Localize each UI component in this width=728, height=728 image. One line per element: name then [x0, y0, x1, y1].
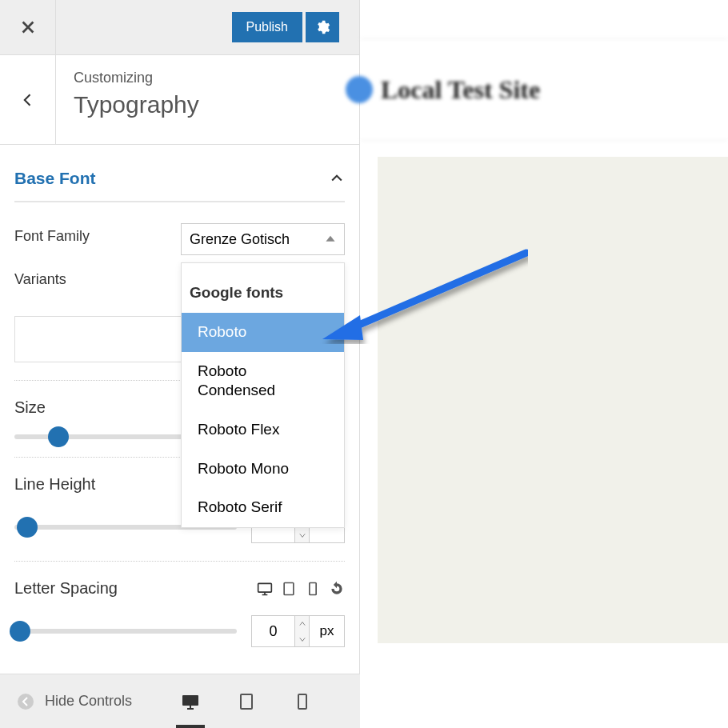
accordion-base-font[interactable]: Base Font — [14, 159, 345, 198]
bottom-bar: Hide Controls — [0, 674, 360, 728]
line-height-slider-thumb[interactable] — [17, 517, 38, 538]
svg-rect-1 — [284, 582, 294, 594]
device-preview-tabs — [132, 674, 360, 729]
font-dropdown-panel: Google fonts Roboto Roboto Condensed Rob… — [181, 262, 345, 528]
hide-controls-label: Hide Controls — [45, 693, 132, 710]
responsive-controls — [257, 581, 345, 597]
svg-rect-5 — [241, 694, 252, 709]
mobile-icon — [293, 692, 312, 711]
spinner-down[interactable] — [295, 631, 309, 646]
spinner-down[interactable] — [295, 527, 309, 542]
header-text: Customizing Typography — [56, 55, 217, 144]
font-family-selected: Grenze Gotisch — [190, 231, 290, 248]
dropdown-item-roboto[interactable]: Roboto — [182, 313, 344, 352]
font-family-row: Font Family Grenze Gotisch — [14, 223, 345, 255]
dropdown-item-roboto-serif[interactable]: Roboto Serif — [182, 488, 344, 527]
site-logo — [346, 76, 373, 103]
customizing-label: Customizing — [74, 70, 199, 86]
close-button[interactable] — [0, 0, 56, 55]
spinner-up[interactable] — [295, 616, 309, 631]
tablet-icon[interactable] — [281, 581, 297, 597]
desktop-icon — [181, 692, 200, 711]
dotted-divider — [14, 561, 345, 562]
font-family-select[interactable]: Grenze Gotisch — [181, 223, 345, 255]
svg-rect-4 — [182, 695, 198, 706]
settings-button[interactable] — [306, 12, 339, 42]
customizer-sidebar: Publish Customizing Typography Base Font… — [0, 0, 360, 674]
letter-spacing-spinner — [295, 615, 310, 647]
collapse-left-icon — [16, 692, 35, 711]
letter-spacing-unit[interactable]: px — [310, 615, 345, 647]
preview-area: Local Test Site — [360, 0, 728, 728]
hide-controls-button[interactable]: Hide Controls — [0, 692, 132, 711]
page-title: Typography — [74, 91, 199, 118]
publish-area: Publish — [56, 12, 359, 42]
dropdown-group-label: Google fonts — [182, 263, 344, 313]
mobile-icon[interactable] — [305, 581, 321, 597]
accordion-title: Base Font — [14, 169, 96, 188]
svg-rect-2 — [310, 582, 316, 594]
dropdown-item-roboto-flex[interactable]: Roboto Flex — [182, 410, 344, 450]
size-slider-thumb[interactable] — [48, 426, 69, 447]
dropdown-item-roboto-mono[interactable]: Roboto Mono — [182, 450, 344, 489]
letter-spacing-slider[interactable] — [14, 629, 237, 634]
gear-icon — [314, 19, 330, 35]
letter-spacing-input[interactable] — [251, 615, 295, 647]
tablet-icon — [237, 692, 256, 711]
font-family-label: Font Family — [14, 223, 90, 245]
triangle-up-icon — [325, 234, 336, 245]
svg-rect-6 — [298, 694, 306, 709]
letter-spacing-label: Letter Spacing — [14, 579, 118, 598]
close-icon — [19, 18, 37, 36]
site-title: Local Test Site — [381, 75, 540, 105]
divider — [14, 201, 345, 202]
publish-button[interactable]: Publish — [232, 12, 302, 42]
device-tab-mobile[interactable] — [290, 674, 315, 729]
size-label: Size — [14, 398, 46, 417]
preview-header: Local Test Site — [360, 38, 728, 141]
top-bar: Publish — [0, 0, 359, 55]
device-tab-tablet[interactable] — [234, 674, 259, 729]
reset-icon[interactable] — [329, 581, 345, 597]
back-button[interactable] — [0, 55, 56, 144]
header-section: Customizing Typography — [0, 55, 359, 145]
chevron-left-icon — [20, 92, 36, 108]
letter-spacing-slider-thumb[interactable] — [10, 621, 30, 642]
svg-rect-0 — [258, 583, 272, 592]
svg-point-3 — [18, 694, 34, 710]
line-height-label: Line Height — [14, 475, 95, 494]
desktop-icon[interactable] — [257, 581, 273, 597]
preview-content-block — [378, 157, 728, 643]
device-tab-desktop[interactable] — [178, 674, 203, 729]
letter-spacing-input-group: px — [251, 615, 345, 647]
letter-spacing-section: Letter Spacing px — [14, 579, 345, 647]
variants-label: Variants — [14, 266, 66, 288]
dropdown-item-roboto-condensed[interactable]: Roboto Condensed — [182, 352, 344, 410]
chevron-up-icon — [329, 170, 345, 186]
